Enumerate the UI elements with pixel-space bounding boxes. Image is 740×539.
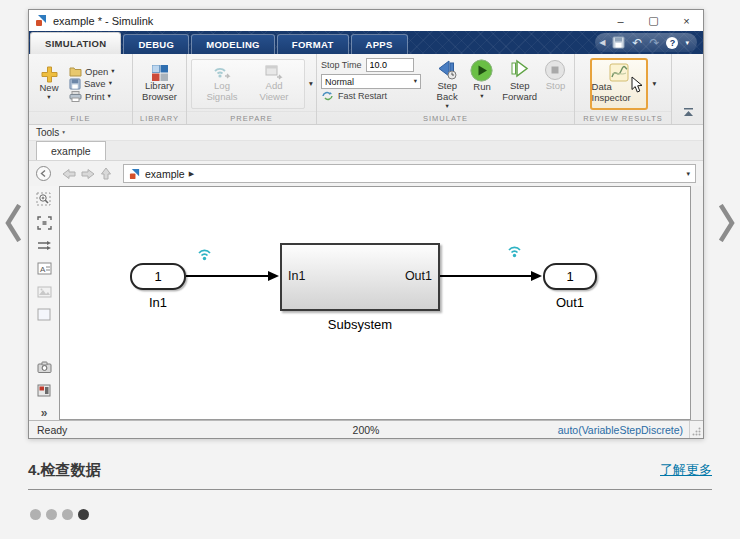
- breadcrumb-model-name: example: [145, 168, 185, 180]
- signal-logging-badge-icon: [196, 247, 213, 263]
- qat-notch-icon: ◀: [599, 38, 605, 47]
- ribbon-group-review: Data Inspector ▾ REVIEW RESULTS: [575, 54, 672, 124]
- ribbon-group-simulate: Stop Time Normal ▾ Fast Restart: [317, 54, 575, 124]
- window-title: example * - Simulink: [53, 15, 153, 27]
- group-label-review: REVIEW RESULTS: [575, 111, 671, 124]
- new-plus-icon: [41, 66, 58, 83]
- save-caret-icon: ▾: [109, 80, 112, 87]
- browser-toggle-icon: [39, 169, 48, 178]
- forward-button[interactable]: [81, 168, 95, 180]
- simulation-mode-select[interactable]: Normal ▾: [321, 74, 421, 89]
- run-icon: [470, 59, 493, 82]
- tab-modeling[interactable]: MODELING: [191, 34, 275, 54]
- help-icon[interactable]: ?: [666, 37, 678, 49]
- model-canvas[interactable]: 1 In1 In1 Out1 Subsystem: [59, 186, 691, 420]
- caption-divider: [28, 489, 712, 490]
- open-caret-icon: ▾: [111, 68, 114, 75]
- tab-format[interactable]: FORMAT: [277, 34, 349, 54]
- collapse-ribbon-icon: [683, 108, 694, 117]
- step-forward-button[interactable]: Step Forward: [498, 58, 541, 104]
- stop-button[interactable]: Stop: [541, 58, 570, 93]
- status-solver-link[interactable]: auto(VariableStepDiscrete): [558, 424, 689, 436]
- save-icon[interactable]: [612, 36, 625, 49]
- viewmarks-icon[interactable]: [36, 383, 53, 397]
- document-tab-bar: example: [29, 141, 703, 161]
- screenshot-camera-icon[interactable]: [36, 360, 53, 374]
- close-button[interactable]: ×: [670, 10, 703, 31]
- chevron-right-icon: [719, 204, 735, 242]
- step-back-icon: [435, 59, 459, 81]
- tab-apps[interactable]: APPS: [351, 34, 408, 54]
- subsystem-block-label[interactable]: Subsystem: [320, 317, 400, 332]
- breadcrumb[interactable]: example ▶ ▾: [123, 164, 696, 183]
- pagination-dot-2[interactable]: [46, 509, 57, 520]
- back-button[interactable]: [62, 168, 76, 180]
- up-to-parent-button[interactable]: [100, 167, 112, 180]
- add-viewer-button[interactable]: Add Viewer: [248, 63, 300, 104]
- tab-debug[interactable]: DEBUG: [123, 34, 189, 54]
- library-browser-button[interactable]: Library Browser: [137, 64, 182, 104]
- learn-more-link[interactable]: 了解更多: [660, 461, 712, 479]
- signal-line-1[interactable]: [186, 275, 270, 277]
- prepare-gallery-caret-icon[interactable]: ▾: [309, 80, 313, 88]
- tab-simulation[interactable]: SIMULATION: [30, 32, 121, 54]
- qat-caret-icon[interactable]: ▾: [685, 39, 689, 47]
- step-back-caret-icon: ▾: [446, 103, 449, 110]
- caption-section: 4.检查数据 了解更多: [28, 461, 712, 490]
- signal-routing-icon[interactable]: [36, 239, 53, 253]
- outport-block[interactable]: 1: [543, 263, 597, 290]
- title-bar: example * - Simulink – ▢ ×: [29, 10, 703, 31]
- fast-restart-toggle[interactable]: Fast Restart: [321, 91, 423, 101]
- fit-to-view-icon[interactable]: [36, 216, 53, 230]
- maximize-button[interactable]: ▢: [637, 10, 670, 31]
- log-signals-button[interactable]: Log Signals: [196, 63, 248, 104]
- signal-line-2[interactable]: [440, 275, 532, 277]
- breadcrumb-caret-icon[interactable]: ▾: [686, 170, 690, 178]
- zoom-region-icon[interactable]: [36, 192, 53, 207]
- data-inspector-button[interactable]: Data Inspector: [590, 58, 648, 110]
- group-label-file: FILE: [29, 111, 132, 124]
- pagination-dot-4[interactable]: [78, 509, 89, 520]
- inport-block-label[interactable]: In1: [118, 295, 198, 310]
- main-area: A » 1 In1: [29, 186, 703, 420]
- ribbon-tabstrip: SIMULATION DEBUG MODELING FORMAT APPS ◀ …: [29, 31, 703, 54]
- review-gallery-caret-icon[interactable]: ▾: [653, 80, 657, 88]
- carousel-next-button[interactable]: [715, 198, 739, 248]
- carousel-prev-button[interactable]: [1, 198, 25, 248]
- run-button[interactable]: Run ▾: [466, 58, 499, 100]
- svg-text:A: A: [40, 265, 46, 274]
- quick-access-toolbar: ◀ ↶ ↷ ? ▾: [595, 33, 697, 52]
- minimize-button[interactable]: –: [604, 10, 637, 31]
- inport-block[interactable]: 1: [130, 263, 186, 290]
- ribbon-collapse-zone: [672, 54, 703, 124]
- pagination-dot-1[interactable]: [30, 509, 41, 520]
- chevron-left-icon: [5, 204, 21, 242]
- collapse-ribbon-button[interactable]: [683, 103, 694, 121]
- document-tab-example[interactable]: example: [36, 141, 106, 160]
- print-button[interactable]: Print ▾: [67, 91, 117, 102]
- step-heading: 4.检查数据: [28, 461, 101, 480]
- breadcrumb-model-icon: [129, 168, 141, 180]
- undo-icon[interactable]: ↶: [632, 36, 642, 50]
- area-box-icon[interactable]: [36, 308, 53, 322]
- outport-block-label[interactable]: Out1: [530, 295, 610, 310]
- new-button[interactable]: New ▾: [33, 65, 65, 101]
- signal-arrowhead-1: [268, 271, 279, 281]
- image-annotation-icon[interactable]: [36, 285, 53, 299]
- stop-time-label: Stop Time: [321, 60, 362, 70]
- tools-menu[interactable]: Tools: [36, 127, 59, 138]
- step-back-button[interactable]: Step Back ▾: [429, 58, 466, 110]
- subsystem-block[interactable]: In1 Out1: [280, 243, 440, 311]
- fast-restart-icon: [321, 91, 334, 101]
- open-button[interactable]: Open ▾: [67, 66, 117, 77]
- stop-time-input[interactable]: [366, 58, 414, 72]
- annotation-icon[interactable]: A: [36, 262, 53, 276]
- tools-menu-row: Tools ▾: [29, 125, 703, 141]
- subsystem-inport-label: In1: [288, 269, 305, 283]
- mouse-cursor-icon: [630, 76, 644, 94]
- save-button[interactable]: Save ▾: [67, 78, 117, 90]
- pagination-dot-3[interactable]: [62, 509, 73, 520]
- model-browser-toggle-button[interactable]: [36, 166, 51, 181]
- palette-overflow-button[interactable]: »: [36, 406, 53, 420]
- redo-icon[interactable]: ↷: [649, 36, 659, 50]
